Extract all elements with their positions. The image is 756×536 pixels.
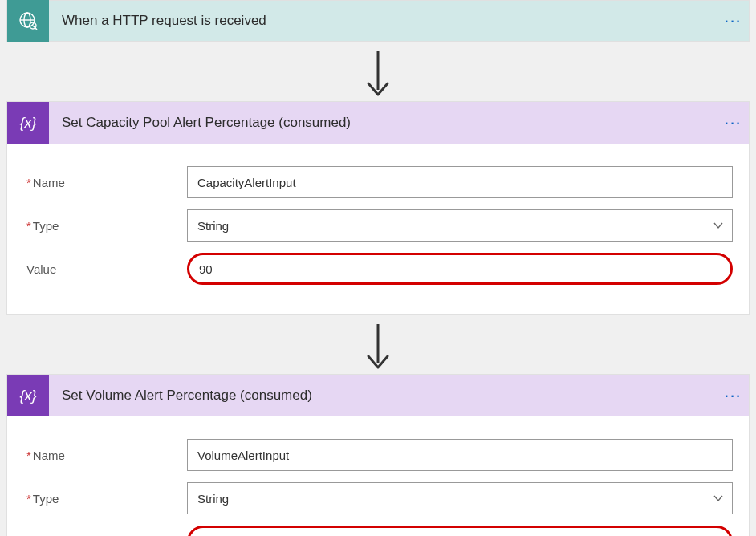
type-label: *Type <box>26 219 187 233</box>
name-row: *Name <box>26 439 733 471</box>
action-title-capacity: Set Capacity Pool Alert Percentage (cons… <box>49 115 717 131</box>
action-card-capacity: {x} Set Capacity Pool Alert Percentage (… <box>6 101 750 315</box>
trigger-title: When a HTTP request is received <box>49 13 717 29</box>
type-select[interactable]: String <box>187 482 733 514</box>
action-more-button-volume[interactable]: ··· <box>717 385 749 406</box>
flow-arrow-2 <box>0 315 756 374</box>
action-more-button-capacity[interactable]: ··· <box>717 112 749 133</box>
action-header-capacity[interactable]: {x} Set Capacity Pool Alert Percentage (… <box>7 102 749 144</box>
type-select[interactable]: String <box>187 209 733 242</box>
action-card-volume: {x} Set Volume Alert Percentage (consume… <box>6 374 750 536</box>
type-label-text: Type <box>33 492 59 506</box>
type-row: *Type String <box>26 209 733 242</box>
type-row: *Type String <box>26 482 733 514</box>
type-label-text: Type <box>33 219 59 233</box>
globe-icon <box>18 10 39 31</box>
variable-icon-text: {x} <box>19 388 36 404</box>
type-select-wrap: String <box>187 482 733 514</box>
name-input[interactable] <box>187 166 733 198</box>
action-body-volume: *Name *Type String Value <box>7 416 749 536</box>
arrow-down-icon <box>362 50 394 99</box>
action-title-volume: Set Volume Alert Percentage (consumed) <box>49 388 717 404</box>
variable-icon: {x} <box>7 375 49 416</box>
value-row: Value <box>26 253 733 285</box>
name-row: *Name <box>26 166 733 198</box>
value-input[interactable] <box>187 526 733 536</box>
name-label: *Name <box>26 449 187 462</box>
type-label: *Type <box>26 492 187 506</box>
name-label-text: Name <box>33 176 65 189</box>
value-input[interactable] <box>187 253 733 285</box>
value-label: Value <box>26 262 187 276</box>
flow-arrow-1 <box>0 42 756 101</box>
type-select-value: String <box>197 219 229 233</box>
name-input[interactable] <box>187 439 733 471</box>
trigger-card[interactable]: When a HTTP request is received ··· <box>6 0 750 42</box>
value-row: Value <box>26 526 733 536</box>
variable-icon-text: {x} <box>19 115 36 132</box>
flow-canvas: When a HTTP request is received ··· {x} … <box>0 0 756 536</box>
name-label-text: Name <box>33 449 65 462</box>
action-body-capacity: *Name *Type String Value <box>7 144 749 314</box>
http-trigger-icon <box>7 0 49 42</box>
type-select-wrap: String <box>187 209 733 242</box>
trigger-more-button[interactable]: ··· <box>717 10 749 31</box>
type-select-value: String <box>197 492 229 506</box>
action-header-volume[interactable]: {x} Set Volume Alert Percentage (consume… <box>7 375 749 416</box>
arrow-down-icon <box>362 323 394 372</box>
name-label: *Name <box>26 176 187 189</box>
variable-icon: {x} <box>7 102 49 144</box>
